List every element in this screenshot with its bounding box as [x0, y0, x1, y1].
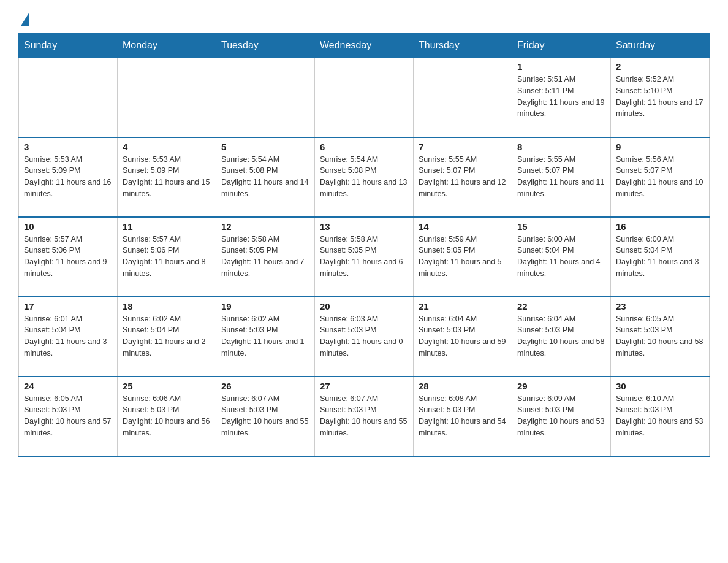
day-number: 13 [320, 221, 408, 232]
day-info: Sunrise: 5:56 AM Sunset: 5:07 PM Dayligh… [616, 154, 704, 200]
calendar-cell: 7Sunrise: 5:55 AM Sunset: 5:07 PM Daylig… [414, 137, 512, 217]
calendar-cell: 27Sunrise: 6:07 AM Sunset: 5:03 PM Dayli… [315, 377, 414, 456]
day-info: Sunrise: 5:51 AM Sunset: 5:11 PM Dayligh… [517, 74, 605, 120]
day-info: Sunrise: 5:54 AM Sunset: 5:08 PM Dayligh… [221, 154, 309, 200]
calendar-cell: 16Sunrise: 6:00 AM Sunset: 5:04 PM Dayli… [611, 217, 710, 297]
calendar-cell: 15Sunrise: 6:00 AM Sunset: 5:04 PM Dayli… [512, 217, 611, 297]
day-number: 18 [123, 301, 211, 312]
calendar-cell: 24Sunrise: 6:05 AM Sunset: 5:03 PM Dayli… [19, 377, 118, 456]
calendar-week-row: 24Sunrise: 6:05 AM Sunset: 5:03 PM Dayli… [19, 377, 710, 456]
day-number: 30 [616, 381, 704, 391]
calendar-cell [414, 58, 512, 137]
day-info: Sunrise: 6:03 AM Sunset: 5:03 PM Dayligh… [320, 313, 408, 359]
calendar-cell: 21Sunrise: 6:04 AM Sunset: 5:03 PM Dayli… [414, 297, 512, 377]
calendar-cell: 20Sunrise: 6:03 AM Sunset: 5:03 PM Dayli… [315, 297, 414, 377]
weekday-header-monday: Monday [118, 34, 216, 58]
calendar-cell: 30Sunrise: 6:10 AM Sunset: 5:03 PM Dayli… [611, 377, 710, 456]
day-info: Sunrise: 6:04 AM Sunset: 5:03 PM Dayligh… [517, 313, 605, 359]
calendar-cell: 4Sunrise: 5:53 AM Sunset: 5:09 PM Daylig… [118, 137, 216, 217]
day-number: 15 [517, 221, 605, 232]
day-info: Sunrise: 6:07 AM Sunset: 5:03 PM Dayligh… [320, 393, 408, 439]
day-info: Sunrise: 5:55 AM Sunset: 5:07 PM Dayligh… [419, 154, 507, 200]
day-info: Sunrise: 6:05 AM Sunset: 5:03 PM Dayligh… [24, 393, 112, 439]
calendar-cell: 23Sunrise: 6:05 AM Sunset: 5:03 PM Dayli… [611, 297, 710, 377]
calendar-cell [216, 58, 315, 137]
day-number: 17 [24, 301, 112, 312]
day-info: Sunrise: 6:04 AM Sunset: 5:03 PM Dayligh… [419, 313, 507, 359]
weekday-header-wednesday: Wednesday [315, 34, 414, 58]
day-info: Sunrise: 5:53 AM Sunset: 5:09 PM Dayligh… [123, 154, 211, 200]
day-number: 2 [616, 61, 704, 72]
day-number: 20 [320, 301, 408, 312]
day-info: Sunrise: 6:10 AM Sunset: 5:03 PM Dayligh… [616, 393, 704, 439]
weekday-header-thursday: Thursday [414, 34, 512, 58]
calendar-cell: 25Sunrise: 6:06 AM Sunset: 5:03 PM Dayli… [118, 377, 216, 456]
calendar-cell [315, 58, 414, 137]
calendar-week-row: 1Sunrise: 5:51 AM Sunset: 5:11 PM Daylig… [19, 58, 710, 137]
page-header [18, 12, 710, 26]
day-info: Sunrise: 5:55 AM Sunset: 5:07 PM Dayligh… [517, 154, 605, 200]
logo-triangle-icon [21, 12, 29, 26]
day-info: Sunrise: 6:00 AM Sunset: 5:04 PM Dayligh… [517, 234, 605, 280]
day-info: Sunrise: 6:01 AM Sunset: 5:04 PM Dayligh… [24, 313, 112, 359]
day-number: 8 [517, 142, 605, 152]
day-number: 9 [616, 142, 704, 152]
day-info: Sunrise: 6:05 AM Sunset: 5:03 PM Dayligh… [616, 313, 704, 359]
day-number: 6 [320, 142, 408, 152]
day-info: Sunrise: 5:57 AM Sunset: 5:06 PM Dayligh… [123, 234, 211, 280]
calendar-cell [118, 58, 216, 137]
day-number: 4 [123, 142, 211, 152]
weekday-header-saturday: Saturday [611, 34, 710, 58]
day-info: Sunrise: 5:57 AM Sunset: 5:06 PM Dayligh… [24, 234, 112, 280]
calendar-week-row: 3Sunrise: 5:53 AM Sunset: 5:09 PM Daylig… [19, 137, 710, 217]
weekday-header-tuesday: Tuesday [216, 34, 315, 58]
day-number: 25 [123, 381, 211, 391]
calendar-table: SundayMondayTuesdayWednesdayThursdayFrid… [18, 33, 710, 457]
weekday-header-friday: Friday [512, 34, 611, 58]
day-number: 23 [616, 301, 704, 312]
day-number: 29 [517, 381, 605, 391]
day-info: Sunrise: 6:08 AM Sunset: 5:03 PM Dayligh… [419, 393, 507, 439]
day-info: Sunrise: 6:02 AM Sunset: 5:03 PM Dayligh… [221, 313, 309, 359]
day-number: 1 [517, 61, 605, 72]
day-number: 12 [221, 221, 309, 232]
day-number: 16 [616, 221, 704, 232]
calendar-cell: 6Sunrise: 5:54 AM Sunset: 5:08 PM Daylig… [315, 137, 414, 217]
day-number: 19 [221, 301, 309, 312]
day-number: 22 [517, 301, 605, 312]
day-number: 24 [24, 381, 112, 391]
calendar-cell: 19Sunrise: 6:02 AM Sunset: 5:03 PM Dayli… [216, 297, 315, 377]
day-info: Sunrise: 6:09 AM Sunset: 5:03 PM Dayligh… [517, 393, 605, 439]
calendar-cell: 29Sunrise: 6:09 AM Sunset: 5:03 PM Dayli… [512, 377, 611, 456]
calendar-cell: 10Sunrise: 5:57 AM Sunset: 5:06 PM Dayli… [19, 217, 118, 297]
day-info: Sunrise: 5:52 AM Sunset: 5:10 PM Dayligh… [616, 74, 704, 120]
day-number: 5 [221, 142, 309, 152]
calendar-cell: 17Sunrise: 6:01 AM Sunset: 5:04 PM Dayli… [19, 297, 118, 377]
calendar-cell: 13Sunrise: 5:58 AM Sunset: 5:05 PM Dayli… [315, 217, 414, 297]
calendar-cell: 8Sunrise: 5:55 AM Sunset: 5:07 PM Daylig… [512, 137, 611, 217]
day-number: 27 [320, 381, 408, 391]
day-number: 21 [419, 301, 507, 312]
calendar-cell: 5Sunrise: 5:54 AM Sunset: 5:08 PM Daylig… [216, 137, 315, 217]
calendar-week-row: 10Sunrise: 5:57 AM Sunset: 5:06 PM Dayli… [19, 217, 710, 297]
weekday-header-sunday: Sunday [19, 34, 118, 58]
calendar-cell: 11Sunrise: 5:57 AM Sunset: 5:06 PM Dayli… [118, 217, 216, 297]
day-info: Sunrise: 6:02 AM Sunset: 5:04 PM Dayligh… [123, 313, 211, 359]
day-number: 28 [419, 381, 507, 391]
logo [18, 12, 29, 26]
calendar-cell: 26Sunrise: 6:07 AM Sunset: 5:03 PM Dayli… [216, 377, 315, 456]
calendar-header-row: SundayMondayTuesdayWednesdayThursdayFrid… [19, 34, 710, 58]
day-info: Sunrise: 6:00 AM Sunset: 5:04 PM Dayligh… [616, 234, 704, 280]
day-info: Sunrise: 5:59 AM Sunset: 5:05 PM Dayligh… [419, 234, 507, 280]
day-number: 11 [123, 221, 211, 232]
day-number: 26 [221, 381, 309, 391]
calendar-cell [19, 58, 118, 137]
day-number: 7 [419, 142, 507, 152]
day-number: 14 [419, 221, 507, 232]
day-info: Sunrise: 5:54 AM Sunset: 5:08 PM Dayligh… [320, 154, 408, 200]
day-info: Sunrise: 5:58 AM Sunset: 5:05 PM Dayligh… [320, 234, 408, 280]
calendar-cell: 2Sunrise: 5:52 AM Sunset: 5:10 PM Daylig… [611, 58, 710, 137]
day-info: Sunrise: 6:06 AM Sunset: 5:03 PM Dayligh… [123, 393, 211, 439]
day-number: 10 [24, 221, 112, 232]
calendar-cell: 3Sunrise: 5:53 AM Sunset: 5:09 PM Daylig… [19, 137, 118, 217]
